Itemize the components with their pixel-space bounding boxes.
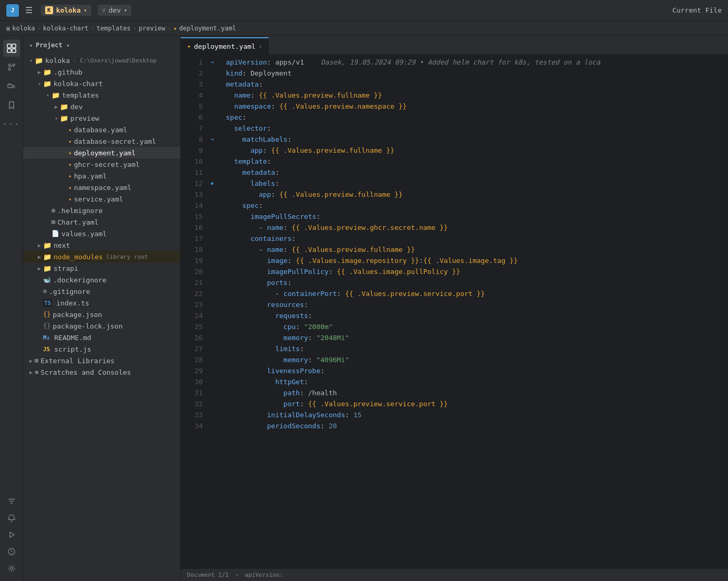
code-punct-10: : [267,156,271,167]
tree-label-values-yaml: values.yaml [61,230,107,238]
code-dash-22: - [275,288,284,299]
menu-icon[interactable]: ☰ [25,5,33,15]
editor-content: 1 2 3 4 5 6 7 8 9 10 11 12 13 14 15 16 1… [181,55,728,568]
tree-label-dev: dev [70,103,82,111]
bc-item-koloka[interactable]: koloka [12,25,35,32]
code-punct-2: : [242,68,251,79]
tree-item-ghcr-secret-yaml[interactable]: ✦ ghcr-secret.yaml [23,159,180,170]
tree-item-script-js[interactable]: JS script.js [23,343,180,355]
tree-item-scratches[interactable]: ▶ ≡ Scratches and Consoles [23,366,180,378]
svg-marker-8 [10,532,14,537]
project-icon[interactable] [3,40,20,57]
code-line-18: - name: {{ .Values.preview.fullname }} [217,244,728,255]
tree-label-package-json: package.json [53,311,102,319]
tree-label-node-modules: node_modules [54,253,103,261]
gutter-21 [207,277,217,288]
tree-item-github[interactable]: ▶ 📁 .github [23,66,180,78]
project-selector[interactable]: K koloka ▾ [41,5,91,16]
bc-item-preview[interactable]: preview [139,25,165,32]
tree-item-hpa-yaml[interactable]: ✦ hpa.yaml [23,170,180,182]
code-key-28: memory [284,354,308,365]
tree-item-chart-yaml[interactable]: ⊞ Chart.yaml [23,216,180,228]
bc-yaml-icon: ✦ [173,25,177,32]
code-line-17: containers: [217,233,728,244]
tree-label-helmignore: .helmignore [57,207,102,215]
line-num-14: 14 [185,200,203,211]
code-tmpl-5: {{ .Values.preview.namespace }} [279,101,407,112]
code-dash-18: - [259,244,267,255]
code-punct-32: : [300,398,308,409]
notifications-icon[interactable] [3,510,20,526]
code-punct-14: : [259,200,263,211]
tree-item-namespace-yaml[interactable]: ✦ namespace.yaml [23,182,180,193]
tree-item-external-libraries[interactable]: ▶ ⊞ External Libraries [23,355,180,366]
bc-item-deployment-yaml[interactable]: deployment.yaml [179,25,236,32]
code-key-33: initialDelaySeconds [267,409,345,420]
code-line-6: spec: [217,112,728,123]
tree-item-templates[interactable]: ▾ 📁 templates [23,89,180,101]
tree-item-next[interactable]: ▶ 📁 next [23,239,180,251]
tree-label-index-ts: index.ts [56,299,89,307]
code-punct-28: : [308,354,317,365]
gutter-11 [207,167,217,178]
tree-item-dev[interactable]: ▶ 📁 dev [23,101,180,112]
plugins-icon[interactable] [3,78,20,94]
tab-close-button[interactable]: ✕ [259,44,262,49]
tree-item-service-yaml[interactable]: ✦ service.yaml [23,193,180,205]
bookmarks-icon[interactable] [3,97,20,113]
line-num-30: 30 [185,376,203,387]
code-editor[interactable]: apiVersion: apps/v1Dasek, 19.05.2024 09:… [217,55,728,568]
tree-item-values-yaml[interactable]: 📄 values.yaml [23,228,180,239]
problems-icon[interactable] [3,543,20,560]
bc-item-templates[interactable]: templates [97,25,131,32]
sidebar: ▾ Project ▾ ▾ 📁 koloka - C:\Users\jowad\… [23,36,181,581]
top-bar: J ☰ K koloka ▾ ⑂ dev ▾ Current File [0,0,728,21]
code-val-2: Deployment [251,68,292,79]
code-key-31: path [284,387,300,398]
folder-icon-dev: 📁 [60,103,68,111]
tree-item-preview[interactable]: ▾ 📁 preview [23,112,180,124]
json-icon-lock: {} [43,322,50,330]
tree-item-node-modules[interactable]: ▶ 📁 node_modules library root [23,251,180,262]
vcs-icon[interactable] [3,59,20,76]
sidebar-project-header[interactable]: ▾ Project ▾ [23,36,180,55]
code-line-14: spec: [217,200,728,211]
tree-label-scratches: Scratches and Consoles [40,368,131,376]
run-icon[interactable] [3,526,20,543]
project-chevron-icon: ▾ [84,7,87,13]
bc-item-koloka-chart[interactable]: koloka-chart [43,25,89,32]
code-punct-30: : [304,376,308,387]
tree-arrow-koloka-chart: ▾ [36,81,43,87]
line-num-32: 32 [185,398,203,409]
tree-item-strapi[interactable]: ▶ 📁 strapi [23,262,180,274]
settings-icon[interactable] [3,560,20,577]
code-key-34: periodSeconds [267,420,320,431]
tree-label-library-root: library root [106,253,148,260]
tree-item-dockerignore[interactable]: 🐋 .dockerignore [23,274,180,286]
tree-label-database-secret-yaml: database-secret.yaml [74,138,157,145]
tree-item-database-secret-yaml[interactable]: ✦ database-secret.yaml [23,135,180,147]
line-num-19: 19 [185,255,203,266]
more-icon[interactable]: ··· [3,115,20,132]
tree-item-gitignore[interactable]: ⊘ .gitignore [23,286,180,297]
code-punct-25: : [296,321,304,332]
yaml-icon-ghcr: ✦ [68,161,72,168]
tree-label-service-yaml: service.yaml [74,195,123,203]
gutter-3 [207,79,217,90]
tree-item-koloka-chart[interactable]: ▾ 📁 koloka-chart [23,78,180,89]
tree-item-database-yaml[interactable]: ✦ database.yaml [23,124,180,135]
gutter-6 [207,112,217,123]
tab-deployment-yaml[interactable]: ✦ deployment.yaml ✕ [181,37,269,54]
structure-icon[interactable] [3,493,20,510]
tree-item-readme[interactable]: M↓ README.md [23,332,180,343]
tree-item-index-ts[interactable]: TS index.ts [23,297,180,309]
tree-item-koloka[interactable]: ▾ 📁 koloka - C:\Users\jowad\Desktop [23,55,180,66]
code-num-34: 20 [329,420,337,431]
tree-item-deployment-yaml[interactable]: ✦ deployment.yaml [23,147,180,159]
folder-icon-node-modules: 📁 [43,253,51,261]
ts-icon: TS [43,299,52,307]
branch-selector[interactable]: ⑂ dev ▾ [98,5,132,16]
tree-item-package-json[interactable]: {} package.json [23,309,180,320]
tree-item-package-lock-json[interactable]: {} package-lock.json [23,320,180,332]
tree-item-helmignore[interactable]: ⚙ .helmignore [23,205,180,216]
